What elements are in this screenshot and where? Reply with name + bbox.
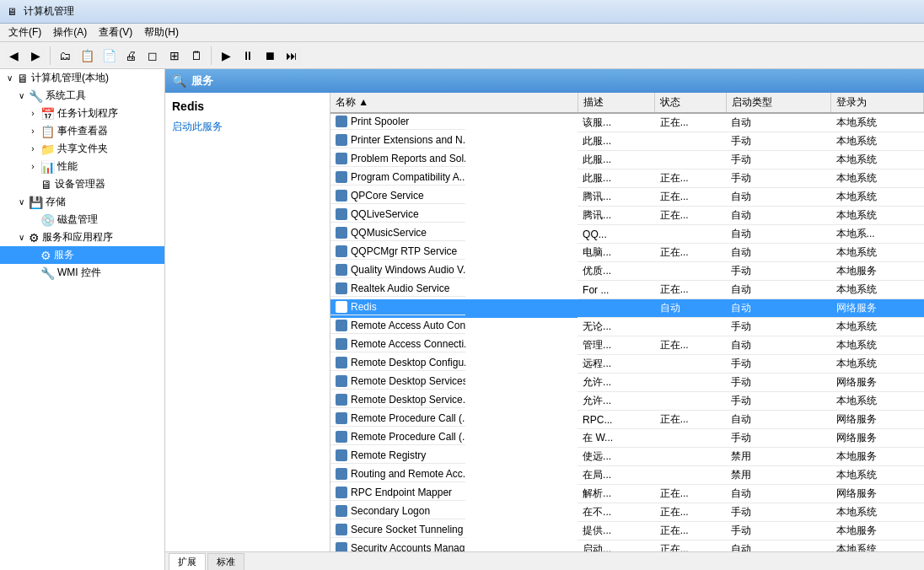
menu-file[interactable]: 文件(F) xyxy=(3,24,46,41)
tree-item-icon: ⚙ xyxy=(40,249,51,262)
svc-startup: 自动 xyxy=(726,299,831,318)
table-row[interactable]: Remote Procedure Call (...在 W...手动网络服务 xyxy=(330,429,924,448)
col-status[interactable]: 状态 xyxy=(655,93,726,113)
svc-desc: 腾讯... xyxy=(578,188,655,207)
table-row[interactable]: RPC Endpoint Mapper解析...正在...自动网络服务 xyxy=(330,485,924,503)
svc-status xyxy=(655,392,726,411)
tree-expand-arrow[interactable]: ∨ xyxy=(3,73,15,83)
table-row[interactable]: Print Spooler该服...正在...自动本地系统 xyxy=(330,113,924,132)
table-row[interactable]: QQLiveService腾讯...正在...自动本地系统 xyxy=(330,207,924,225)
col-login[interactable]: 登录为 xyxy=(831,93,924,113)
tree-expand-arrow[interactable]: › xyxy=(27,144,39,153)
toolbar-btn-4[interactable]: 🖨 xyxy=(121,46,141,66)
tree-item[interactable]: ›📊性能 xyxy=(0,158,164,175)
table-row[interactable]: Remote Desktop Services允许...手动网络服务 xyxy=(330,374,924,392)
tree-item[interactable]: ›📅任务计划程序 xyxy=(0,105,164,122)
svc-name: Redis xyxy=(330,299,465,315)
svc-login: 本地系统 xyxy=(831,540,924,552)
tree-item[interactable]: 💿磁盘管理 xyxy=(0,211,164,229)
toolbar-btn-7[interactable]: 🗒 xyxy=(186,46,207,66)
toolbar-btn-5[interactable]: ◻ xyxy=(142,46,163,66)
toolbar-btn-3[interactable]: 📄 xyxy=(99,46,119,66)
tree-expand-arrow[interactable]: ∨ xyxy=(15,91,27,100)
svc-status xyxy=(655,151,726,169)
svc-status: 正在... xyxy=(655,485,726,503)
toolbar-btn-2[interactable]: 📋 xyxy=(77,46,97,66)
table-row[interactable]: Remote Procedure Call (...RPC...正在...自动网… xyxy=(330,411,924,429)
toolbar-restart[interactable]: ⏭ xyxy=(282,46,302,66)
tree-item-icon: 💿 xyxy=(40,213,55,227)
svc-login: 本地系统 xyxy=(831,151,924,169)
menu-view[interactable]: 查看(V) xyxy=(94,24,137,41)
toolbar-stop[interactable]: ⏹ xyxy=(260,46,280,66)
service-icon xyxy=(336,449,347,461)
tree-item[interactable]: 🔧WMI 控件 xyxy=(0,264,164,282)
tree-item[interactable]: ›📋事件查看器 xyxy=(0,122,164,140)
tab-standard[interactable]: 标准 xyxy=(207,553,244,570)
tree-item[interactable]: 🖥设备管理器 xyxy=(0,175,164,193)
table-row[interactable]: QQPCMgr RTP Service电脑...正在...自动本地系统 xyxy=(330,244,924,262)
service-name-text: Program Compatibility A... xyxy=(351,171,465,183)
service-icon xyxy=(336,301,347,313)
toolbar-btn-1[interactable]: 🗂 xyxy=(55,46,75,66)
tree-item-icon: 💾 xyxy=(29,196,43,209)
start-service-link[interactable]: 启动此服务 xyxy=(172,121,223,132)
tree-item[interactable]: ∨⚙服务和应用程序 xyxy=(0,229,164,246)
tree-item[interactable]: ∨🖥计算机管理(本地) xyxy=(0,69,164,87)
menu-help[interactable]: 帮助(H) xyxy=(139,24,184,41)
tree-expand-arrow[interactable]: › xyxy=(27,109,39,118)
services-tbody: Print Spooler该服...正在...自动本地系统Printer Ext… xyxy=(330,113,924,551)
table-row[interactable]: QPCore Service腾讯...正在...自动本地系统 xyxy=(330,188,924,207)
table-row[interactable]: Remote Desktop Service...允许...手动本地系统 xyxy=(330,392,924,411)
svc-login: 本地系统 xyxy=(831,466,924,485)
svc-startup: 手动 xyxy=(726,169,831,188)
toolbar-pause[interactable]: ⏸ xyxy=(238,46,258,66)
col-desc[interactable]: 描述 xyxy=(578,93,655,113)
menu-action[interactable]: 操作(A) xyxy=(48,24,92,41)
table-row[interactable]: Remote Registry使远...禁用本地服务 xyxy=(330,448,924,466)
toolbar-forward[interactable]: ▶ xyxy=(25,46,46,66)
tree-item[interactable]: ∨🔧系统工具 xyxy=(0,87,164,105)
service-name-text: Remote Desktop Services xyxy=(351,375,465,387)
toolbar-back[interactable]: ◀ xyxy=(3,46,24,66)
tree-item[interactable]: ⚙服务 xyxy=(0,246,164,264)
table-row[interactable]: Secure Socket Tunneling ...提供...正在...手动本… xyxy=(330,522,924,540)
service-icon xyxy=(336,264,347,276)
svc-desc: 提供... xyxy=(578,522,655,540)
tab-extended[interactable]: 扩展 xyxy=(169,553,206,570)
svc-status: 正在... xyxy=(655,503,726,522)
tree-expand-arrow[interactable]: ∨ xyxy=(15,233,27,242)
table-row[interactable]: Program Compatibility A...此服...正在...手动本地… xyxy=(330,169,924,188)
svc-desc: 允许... xyxy=(578,374,655,392)
toolbar-btn-6[interactable]: ⊞ xyxy=(164,46,185,66)
table-row[interactable]: Redis自动自动网络服务 xyxy=(330,299,924,318)
tree-item[interactable]: ›📁共享文件夹 xyxy=(0,140,164,158)
toolbar-play[interactable]: ▶ xyxy=(216,46,236,66)
svc-status: 正在... xyxy=(655,207,726,225)
table-row[interactable]: Problem Reports and Sol...此服...手动本地系统 xyxy=(330,151,924,169)
tree-expand-arrow[interactable]: ∨ xyxy=(15,197,27,207)
tree-expand-arrow[interactable]: › xyxy=(27,162,39,171)
tree-expand-arrow[interactable]: › xyxy=(27,126,39,136)
services-table-container[interactable]: 名称 ▲ 描述 状态 启动类型 登录为 Print Spooler该服...正在… xyxy=(330,93,924,551)
col-name[interactable]: 名称 ▲ xyxy=(330,93,578,113)
table-row[interactable]: Quality Windows Audio V...优质...手动本地服务 xyxy=(330,262,924,281)
table-row[interactable]: Remote Desktop Configu...远程...手动本地系统 xyxy=(330,355,924,374)
svc-startup: 手动 xyxy=(726,392,831,411)
table-row[interactable]: Secondary Logon在不...正在...手动本地系统 xyxy=(330,503,924,522)
table-row[interactable]: Remote Access Connecti...管理...正在...自动本地系… xyxy=(330,336,924,355)
service-icon xyxy=(336,245,347,257)
svc-name: Remote Desktop Service... xyxy=(330,392,465,408)
table-row[interactable]: Realtek Audio ServiceFor ...正在...自动本地系统 xyxy=(330,281,924,299)
table-row[interactable]: Remote Access Auto Con...无论...手动本地系统 xyxy=(330,318,924,336)
table-row[interactable]: QQMusicServiceQQ...自动本地系... xyxy=(330,225,924,244)
svc-status xyxy=(655,225,726,244)
tree-item[interactable]: ∨💾存储 xyxy=(0,193,164,211)
table-row[interactable]: Routing and Remote Acc...在局...禁用本地系统 xyxy=(330,466,924,485)
svc-login: 本地系统 xyxy=(831,188,924,207)
table-row[interactable]: Security Accounts Manag...启动...正在...自动本地… xyxy=(330,540,924,552)
service-name-text: Remote Procedure Call (... xyxy=(351,431,465,443)
tree-item-icon: 📁 xyxy=(40,142,55,156)
table-row[interactable]: Printer Extensions and N...此服...手动本地系统 xyxy=(330,132,924,151)
col-startup[interactable]: 启动类型 xyxy=(726,93,831,113)
